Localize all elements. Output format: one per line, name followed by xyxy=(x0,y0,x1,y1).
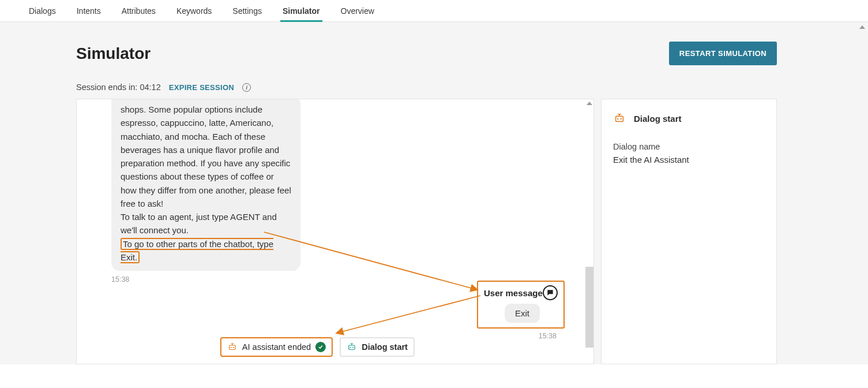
tab-overview[interactable]: Overview xyxy=(339,1,377,21)
page-body: Simulator RESTART SIMULATION Session end… xyxy=(0,22,868,364)
svg-point-6 xyxy=(350,347,351,348)
robot-icon xyxy=(347,342,357,352)
tab-simulator[interactable]: Simulator xyxy=(280,1,322,21)
nav-tabs: Dialogs Intents Attributes Keywords Sett… xyxy=(0,0,868,22)
dialog-name-label: Dialog name xyxy=(613,142,765,151)
svg-rect-12 xyxy=(616,116,623,121)
svg-rect-0 xyxy=(230,345,236,350)
bot-message-highlight: To go to other parts of the chatbot, typ… xyxy=(121,238,273,263)
user-message-text: Exit xyxy=(505,304,540,323)
dialog-start-chip[interactable]: Dialog start xyxy=(340,337,415,357)
page-scrollbar[interactable] xyxy=(858,22,867,364)
tab-keywords[interactable]: Keywords xyxy=(174,1,214,21)
robot-icon xyxy=(227,342,238,352)
svg-line-11 xyxy=(336,296,480,333)
speech-bubble-icon xyxy=(543,285,558,300)
status-row: AI assistant ended Dialog start xyxy=(220,337,415,357)
user-message-label: User message xyxy=(484,288,543,298)
restart-simulation-button[interactable]: RESTART SIMULATION xyxy=(669,42,777,65)
svg-point-13 xyxy=(617,118,618,120)
svg-point-1 xyxy=(231,347,232,348)
check-icon xyxy=(315,342,326,352)
dialog-start-label: Dialog start xyxy=(362,342,408,352)
scroll-up-icon xyxy=(859,25,865,29)
dialog-name-value: Exit the AI Assistant xyxy=(613,155,765,165)
user-message-highlight-box: User message Exit xyxy=(477,281,565,329)
tab-intents[interactable]: Intents xyxy=(74,1,103,21)
ai-ended-label: AI assistant ended xyxy=(242,342,311,352)
side-panel-title: Dialog start xyxy=(634,114,682,124)
expire-session-button[interactable]: EXPIRE SESSION xyxy=(169,83,234,92)
session-info: Session ends in: 04:12 EXPIRE SESSION i xyxy=(76,83,777,92)
bot-message-text: shops. Some popular options include espr… xyxy=(121,105,291,235)
svg-point-2 xyxy=(233,347,234,348)
session-prefix: Session ends in: xyxy=(76,83,140,92)
chat-scrollbar[interactable] xyxy=(585,99,593,364)
info-icon[interactable]: i xyxy=(242,83,251,92)
page-title: Simulator xyxy=(76,44,151,63)
user-message-block: User message Exit 15:38 xyxy=(477,281,565,340)
robot-icon xyxy=(613,112,626,125)
chat-scrollbar-thumb[interactable] xyxy=(585,267,593,348)
tab-dialogs[interactable]: Dialogs xyxy=(27,1,58,21)
tab-attributes[interactable]: Attributes xyxy=(119,1,158,21)
bot-message: shops. Some popular options include espr… xyxy=(111,99,300,271)
session-countdown: 04:12 xyxy=(140,83,160,92)
svg-rect-5 xyxy=(349,345,355,350)
svg-point-7 xyxy=(352,347,354,348)
side-panel: Dialog start Dialog name Exit the AI Ass… xyxy=(601,99,777,364)
chat-scroll-up-icon xyxy=(587,102,592,105)
tab-settings[interactable]: Settings xyxy=(230,1,264,21)
chat-panel: shops. Some popular options include espr… xyxy=(76,99,594,364)
svg-point-14 xyxy=(621,118,622,120)
ai-assistant-ended-chip[interactable]: AI assistant ended xyxy=(220,337,333,357)
user-message-time: 15:38 xyxy=(477,332,565,340)
